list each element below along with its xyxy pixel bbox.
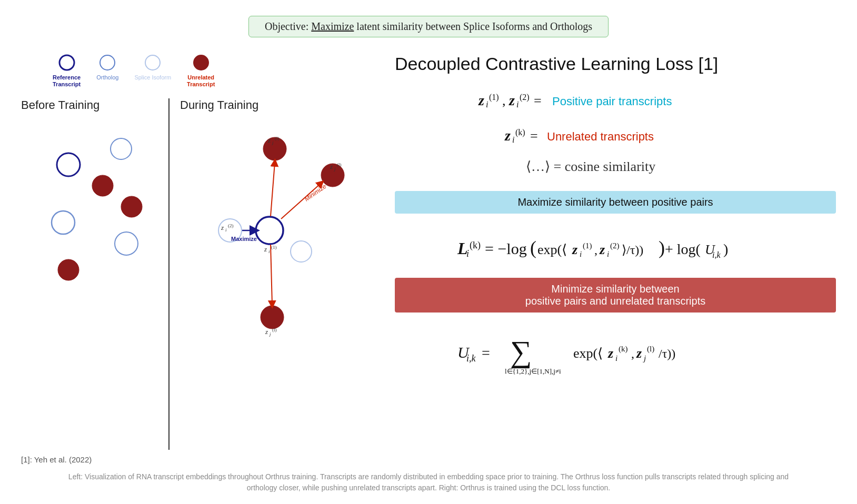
cosine-svg: ⟨…⟩ = cosine similarity [515, 154, 715, 177]
unrelated-icon [192, 53, 211, 72]
during-training-title: During Training [180, 98, 374, 112]
caption-text: Left: Visualization of RNA transcript em… [68, 472, 789, 492]
svg-text:⟩/τ)): ⟩/τ)) [622, 243, 643, 257]
svg-text:Positive pair transcripts: Positive pair transcripts [552, 95, 672, 108]
blue-box: Maximize similarity between positive pai… [395, 191, 836, 214]
svg-line-27 [271, 245, 272, 305]
svg-text:i: i [512, 135, 514, 144]
left-panel: ReferenceTranscript Ortholog Splice Isof… [21, 53, 379, 464]
ortholog-icon [98, 53, 117, 72]
legend-row: ReferenceTranscript Ortholog Splice Isof… [21, 53, 374, 88]
svg-text:z: z [221, 224, 224, 231]
svg-text:exp(⟨: exp(⟨ [537, 242, 567, 257]
svg-point-4 [57, 153, 80, 176]
training-sections: Before Training [21, 98, 374, 450]
main-row: ReferenceTranscript Ortholog Splice Isof… [21, 53, 836, 464]
red-box-line2: positive pairs and unrelated transcripts [525, 295, 705, 307]
splice-icon [143, 53, 162, 72]
svg-point-5 [111, 138, 132, 159]
svg-text:(1): (1) [271, 245, 277, 250]
svg-text:i: i [486, 100, 488, 109]
svg-text:∑: ∑ [510, 335, 532, 369]
objective-prefix: Objective: [265, 21, 311, 32]
svg-text:l∈{1,2},j∈[1,N],j≠i: l∈{1,2},j∈[1,N],j≠i [505, 367, 561, 375]
objective-suffix: latent similarity between Splice Isoform… [354, 21, 592, 32]
svg-text:i: i [607, 250, 609, 258]
svg-text:i,k: i,k [466, 353, 476, 364]
svg-text:(2): (2) [610, 241, 620, 250]
svg-text:=: = [530, 128, 538, 144]
svg-text:i: i [580, 250, 582, 258]
objective-maximize: Maximize [311, 21, 354, 32]
legend-label-unrelated: UnrelatedTranscript [187, 74, 215, 88]
svg-point-3 [194, 55, 208, 70]
section-header: Decoupled Contrastive Learning Loss [1] [395, 53, 836, 75]
legend-item-ortholog: Ortholog [96, 53, 118, 81]
svg-text:): ) [723, 241, 728, 257]
red-box: Minimize similarity between positive pai… [395, 278, 836, 313]
u-formula-svg: U i,k = ∑ l∈{1,2},j∈[1,N],j≠i exp(⟨ z i … [452, 326, 779, 379]
svg-text:(2): (2) [228, 223, 234, 228]
svg-text:,: , [502, 93, 506, 108]
red-box-line1: Minimize similarity between [551, 283, 679, 295]
legend-item-splice: Splice Isoform [134, 53, 171, 81]
cosine-equation: ⟨…⟩ = cosine similarity [395, 154, 836, 179]
svg-text:(l): (l) [647, 345, 654, 354]
svg-text:i: i [615, 354, 617, 362]
during-scatter-svg: Maximize z i (1) z i (2) [180, 117, 348, 338]
svg-text:z: z [572, 242, 578, 257]
legend-label-ortholog: Ortholog [96, 74, 118, 81]
svg-text:= −log: = −log [485, 240, 527, 257]
svg-line-23 [271, 163, 275, 216]
svg-text:,: , [594, 243, 597, 257]
before-training-panel: Before Training [21, 98, 168, 450]
loss-formula: L i (k) = −log ( exp(⟨ z i (1) , z i (2)… [395, 225, 836, 269]
svg-text:z: z [509, 92, 515, 108]
legend-item-reference: ReferenceTranscript [53, 53, 81, 88]
svg-text:(k): (k) [515, 128, 525, 137]
svg-text:Minimize: Minimize [303, 183, 328, 203]
svg-point-8 [92, 175, 113, 196]
svg-text:i: i [225, 227, 227, 233]
svg-text:j: j [643, 354, 646, 362]
svg-point-11 [256, 217, 283, 244]
svg-text:i: i [516, 100, 519, 109]
svg-point-1 [100, 55, 115, 70]
svg-text:j: j [269, 331, 271, 337]
legend-label-splice: Splice Isoform [134, 74, 171, 81]
svg-text:(l): (l) [272, 327, 277, 332]
svg-text:(k): (k) [470, 240, 481, 251]
u-formula: U i,k = ∑ l∈{1,2},j∈[1,N],j≠i exp(⟨ z i … [395, 326, 836, 381]
svg-point-26 [261, 306, 284, 329]
svg-text:,: , [631, 347, 634, 360]
svg-text:(: ( [530, 237, 536, 258]
svg-text:z: z [478, 92, 484, 108]
before-scatter-svg [21, 117, 158, 296]
during-training-panel: During Training [168, 98, 374, 450]
svg-text:i: i [466, 248, 469, 259]
svg-text:z: z [636, 346, 642, 361]
legend-item-unrelated: UnrelatedTranscript [187, 53, 215, 88]
svg-text:z: z [504, 127, 511, 144]
svg-text:⟨…⟩ = cosine similarity: ⟨…⟩ = cosine similarity [526, 159, 655, 174]
svg-text:z: z [599, 242, 605, 257]
svg-point-2 [145, 55, 160, 70]
unrelated-svg: z i (k) = Unrelated transcripts [494, 122, 736, 148]
caption: Left: Visualization of RNA transcript em… [21, 471, 836, 493]
svg-text:Unrelated transcripts: Unrelated transcripts [547, 130, 654, 143]
reference-line: [1]: Yeh et al. (2022) [21, 455, 92, 464]
svg-text:j: j [272, 140, 274, 145]
svg-text:(2): (2) [520, 93, 530, 102]
legend-label-reference: ReferenceTranscript [53, 74, 81, 88]
objective-banner: Objective: Maximize latent similarity be… [248, 16, 609, 37]
page-container: Objective: Maximize latent similarity be… [0, 0, 857, 504]
svg-text:): ) [659, 237, 665, 258]
svg-text:i,k: i,k [712, 250, 721, 259]
svg-text:+ log(: + log( [665, 241, 701, 257]
svg-text:/τ)): /τ)) [659, 347, 675, 360]
svg-text:=: = [534, 93, 542, 108]
loss-formula-svg: L i (k) = −log ( exp(⟨ z i (1) , z i (2)… [452, 225, 779, 267]
svg-text:z: z [264, 245, 267, 253]
svg-text:z: z [265, 328, 268, 336]
svg-text:j: j [334, 166, 336, 172]
